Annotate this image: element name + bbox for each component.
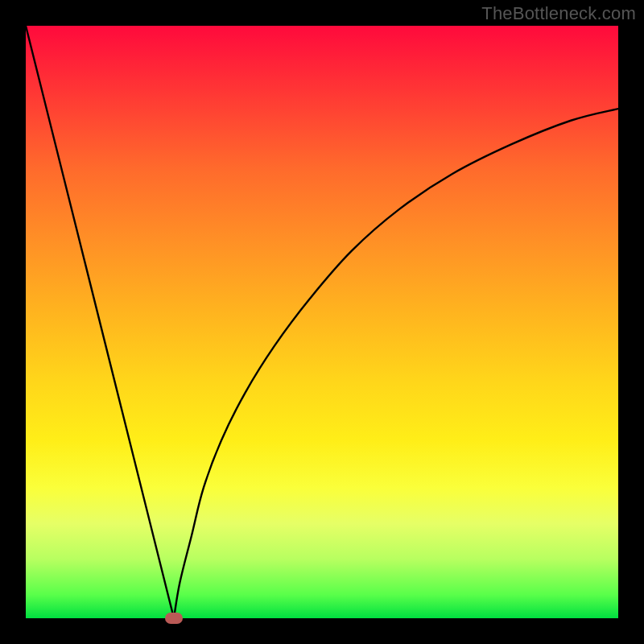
plot-area [26, 26, 618, 618]
chart-frame: TheBottleneck.com [0, 0, 644, 644]
curve-layer [26, 26, 618, 618]
minimum-marker [165, 613, 183, 624]
watermark-text: TheBottleneck.com [481, 3, 636, 24]
curve-right-branch [174, 109, 618, 618]
curve-left-branch [26, 26, 174, 618]
